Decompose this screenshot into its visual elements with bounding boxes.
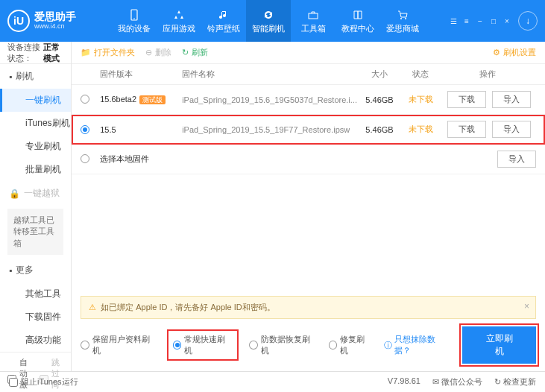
toolbar: 📁 打开文件夹 ⊖ 删除 ↻ 刷新 ⚙ 刷机设置 (72, 42, 545, 64)
jailbreak-note: 越狱工具已转移至工具箱 (7, 209, 63, 255)
nav-flash[interactable]: 智能刷机 (246, 0, 291, 42)
block-itunes-check[interactable]: 阻止iTunes运行 (9, 376, 78, 388)
menu-icon[interactable]: ☰ (448, 16, 459, 26)
mode-anti-recover[interactable]: 防数据恢复刷机 (249, 334, 317, 356)
nav-label: 我的设备 (118, 23, 151, 34)
svg-point-4 (405, 18, 406, 19)
radio-icon (329, 341, 338, 350)
nav-label: 智能刷机 (252, 23, 285, 34)
table-row-local[interactable]: 选择本地固件 导入 (72, 145, 545, 174)
sidebar-item-batch[interactable]: 批量刷机 (0, 158, 71, 181)
top-nav: 我的设备 应用游戏 铃声壁纸 智能刷机 工具箱 教程中心 爱思商城 (112, 0, 448, 42)
mode-repair[interactable]: 修复刷机 (329, 334, 373, 356)
sidebar-item-pro[interactable]: 专业刷机 (0, 135, 71, 158)
radio-icon (173, 341, 182, 350)
radio-icon[interactable] (81, 125, 89, 134)
nav-label: 工具箱 (301, 23, 326, 34)
nav-ringtone[interactable]: 铃声壁纸 (201, 0, 246, 42)
mode-quick[interactable]: 常规快速刷机 (168, 331, 237, 359)
brand-url: www.i4.cn (34, 23, 76, 31)
radio-icon (249, 341, 258, 350)
table-row[interactable]: 15.6beta2测试版 iPad_Spring_2019_15.6_19G50… (72, 85, 545, 115)
settings-icon[interactable]: ≡ (461, 16, 472, 26)
mode-keep-data[interactable]: 保留用户资料刷机 (81, 334, 157, 356)
nav-apps[interactable]: 应用游戏 (157, 0, 201, 42)
import-button[interactable]: 导入 (492, 121, 531, 138)
beta-tag: 测试版 (139, 95, 166, 104)
download-button[interactable]: 下载 (447, 121, 486, 138)
sidebar-group-flash[interactable]: ▪ 刷机 (0, 64, 71, 89)
delete-button[interactable]: ⊖ 删除 (145, 47, 171, 58)
svg-rect-2 (309, 13, 318, 19)
table-row[interactable]: 15.5 iPad_Spring_2019_15.5_19F77_Restore… (72, 115, 545, 145)
connection-status: 设备连接状态：正常模式 (0, 42, 71, 64)
sidebar-item-itunes[interactable]: iTunes刷机 (0, 112, 71, 135)
titlebar: iU 爱思助手 www.i4.cn 我的设备 应用游戏 铃声壁纸 智能刷机 工具… (0, 0, 545, 42)
logo-icon: iU (7, 10, 30, 32)
nav-tutorial[interactable]: 教程中心 (335, 0, 380, 42)
version-label: V7.98.61 (388, 376, 420, 388)
book-icon (351, 8, 365, 22)
folder-icon: 📁 (81, 48, 91, 57)
refresh-icon (262, 8, 275, 22)
mode-bar: 保留用户资料刷机 常规快速刷机 防数据恢复刷机 修复刷机 ⓘ只想抹除数据？ 立即… (72, 319, 545, 371)
only-erase-link[interactable]: ⓘ只想抹除数据？ (384, 334, 450, 356)
import-button[interactable]: 导入 (497, 151, 536, 168)
info-icon: ⓘ (384, 340, 392, 351)
nav-label: 爱思商城 (386, 23, 419, 34)
music-icon (217, 8, 230, 22)
nav-store[interactable]: 爱思商城 (380, 0, 425, 42)
svg-point-3 (400, 18, 402, 19)
sidebar-item-advanced[interactable]: 高级功能 (0, 329, 71, 352)
phone-icon (127, 8, 141, 22)
phone-icon: ▪ (9, 72, 12, 82)
lock-icon: 🔒 (9, 189, 20, 199)
radio-icon[interactable] (81, 95, 89, 104)
refresh-icon: ↻ (182, 48, 189, 57)
minimize-icon[interactable]: − (475, 16, 485, 26)
brand-name: 爱思助手 (34, 11, 76, 22)
radio-icon (81, 341, 89, 350)
nav-label: 教程中心 (341, 23, 374, 34)
download-icon[interactable]: ↓ (518, 11, 538, 31)
check-update-link[interactable]: ↻ 检查更新 (494, 376, 536, 388)
sidebar-group-more[interactable]: ▪ 更多 (0, 258, 71, 282)
toolbox-icon (306, 8, 320, 22)
maximize-icon[interactable]: □ (488, 16, 499, 26)
table-header: 固件版本 固件名称 大小 状态 操作 (72, 64, 545, 85)
sidebar: 设备连接状态：正常模式 ▪ 刷机 一键刷机 iTunes刷机 专业刷机 批量刷机… (0, 42, 72, 371)
nav-my-device[interactable]: 我的设备 (112, 0, 157, 42)
warning-icon: ⚠ (89, 303, 96, 312)
sidebar-item-other-tools[interactable]: 其他工具 (0, 282, 71, 306)
wechat-link[interactable]: ✉ 微信公众号 (432, 376, 482, 388)
svg-point-1 (133, 18, 135, 19)
warning-bar: ⚠ 如已绑定 Apple ID，请先备好 Apple ID和密码。 × (81, 296, 536, 319)
more-icon: ▪ (9, 265, 12, 276)
sidebar-item-download-fw[interactable]: 下载固件 (0, 306, 71, 329)
delete-icon: ⊖ (145, 48, 152, 57)
gear-icon: ⚙ (493, 48, 500, 57)
logo: iU 爱思助手 www.i4.cn (7, 10, 112, 32)
nav-label: 铃声壁纸 (207, 23, 240, 34)
apps-icon (172, 8, 186, 22)
flash-now-button[interactable]: 立即刷机 (462, 326, 536, 364)
window-controls: ☰ ≡ − □ × (448, 16, 512, 26)
sidebar-item-oneclick[interactable]: 一键刷机 (0, 89, 71, 112)
update-icon: ↻ (494, 377, 501, 386)
wechat-icon: ✉ (432, 377, 439, 386)
import-button[interactable]: 导入 (492, 91, 531, 108)
sidebar-group-jailbreak[interactable]: 🔒 一键越狱 (0, 181, 71, 206)
footer: 阻止iTunes运行 V7.98.61 ✉ 微信公众号 ↻ 检查更新 (0, 371, 545, 392)
flash-settings-button[interactable]: ⚙ 刷机设置 (493, 47, 536, 58)
cart-icon (396, 8, 409, 22)
radio-icon[interactable] (81, 154, 89, 163)
nav-label: 应用游戏 (163, 23, 195, 34)
download-button[interactable]: 下载 (447, 91, 486, 108)
close-icon[interactable]: × (524, 301, 529, 312)
open-folder-button[interactable]: 📁 打开文件夹 (81, 47, 135, 58)
nav-tools[interactable]: 工具箱 (291, 0, 335, 42)
close-icon[interactable]: × (502, 16, 512, 26)
refresh-button[interactable]: ↻ 刷新 (182, 47, 208, 58)
content: 📁 打开文件夹 ⊖ 删除 ↻ 刷新 ⚙ 刷机设置 固件版本 固件名称 大小 状态… (72, 42, 545, 371)
